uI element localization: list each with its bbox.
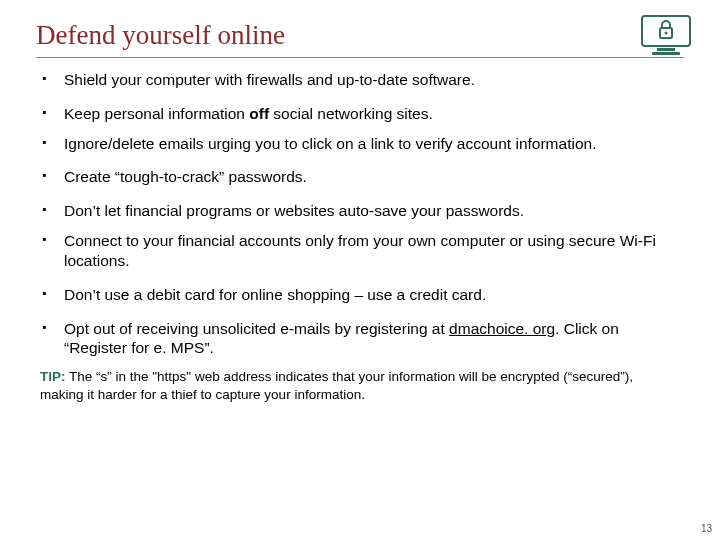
list-item: Shield your computer with firewalls and … <box>36 70 684 90</box>
bullet-text-bold: off <box>249 105 269 122</box>
list-item: Opt out of receiving unsolicited e-mails… <box>36 319 684 359</box>
bullet-text: Keep personal information <box>64 105 249 122</box>
page-number: 13 <box>701 523 712 534</box>
bullet-list: Shield your computer with firewalls and … <box>36 70 684 358</box>
tip-label: TIP: <box>40 369 66 384</box>
list-item: Create “tough-to-crack” passwords. <box>36 167 684 187</box>
bullet-text: social networking sites. <box>269 105 433 122</box>
list-item: Ignore/delete emails urging you to click… <box>36 134 684 154</box>
svg-rect-2 <box>652 52 680 55</box>
list-item: Don’t let financial programs or websites… <box>36 201 684 221</box>
list-item: Keep personal information off social net… <box>36 104 684 124</box>
tip-text: The “s” in the "https" web address indic… <box>40 369 633 401</box>
link-text: dmachoice. org <box>449 320 555 337</box>
tip-block: TIP: The “s” in the "https" web address … <box>40 368 684 403</box>
list-item: Don’t use a debit card for online shoppi… <box>36 285 684 305</box>
lock-monitor-icon <box>640 14 692 58</box>
svg-point-4 <box>665 32 668 35</box>
slide-title: Defend yourself online <box>36 20 684 58</box>
bullet-text: Opt out of receiving unsolicited e-mails… <box>64 320 449 337</box>
list-item: Connect to your financial accounts only … <box>36 231 684 271</box>
svg-rect-1 <box>657 48 675 51</box>
